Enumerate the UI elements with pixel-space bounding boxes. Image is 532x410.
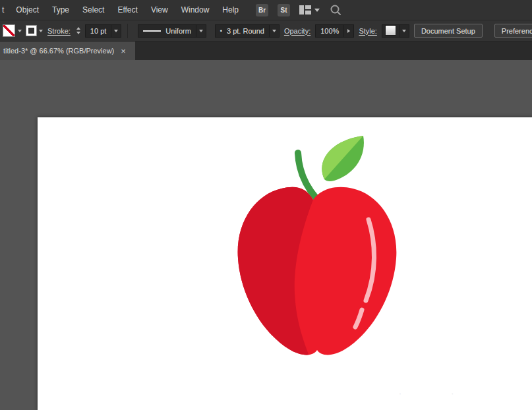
document-tab-bar: titled-3* @ 66.67% (RGB/Preview) ×: [0, 42, 532, 60]
opacity-panel-link[interactable]: Opacity:: [284, 27, 310, 35]
brush-definition-dropdown[interactable]: • 3 pt. Round: [215, 24, 280, 38]
canvas-area[interactable]: · ·: [0, 60, 532, 410]
style-swatch: [385, 25, 396, 36]
preferences-button[interactable]: Preferences: [494, 24, 532, 38]
workspace-switcher[interactable]: [299, 5, 320, 15]
style-panel-link[interactable]: Style:: [359, 27, 377, 35]
fill-none-swatch[interactable]: [3, 24, 15, 37]
stepper-down-icon[interactable]: [76, 32, 80, 34]
close-icon[interactable]: ×: [121, 47, 126, 55]
brush-name-value: 3 pt. Round: [227, 27, 264, 35]
faint-watermark: · ·: [399, 389, 477, 398]
apple-artwork[interactable]: [233, 132, 411, 364]
opacity-field[interactable]: 100%: [315, 24, 354, 38]
stroke-weight-field[interactable]: 10 pt: [85, 24, 121, 38]
stroke-color-swatch[interactable]: [26, 26, 36, 36]
workspace-layout-icon: [299, 5, 311, 15]
chevron-down-icon: [314, 9, 320, 12]
fill-color-control[interactable]: [3, 24, 22, 37]
menu-item-object[interactable]: Object: [9, 0, 45, 20]
width-profile-value: Uniform: [165, 27, 191, 35]
style-dropdown[interactable]: [382, 24, 409, 38]
stepper-up-icon[interactable]: [76, 27, 80, 30]
opacity-value[interactable]: 100%: [316, 27, 343, 35]
illustrator-window: t Object Type Select Effect View Window …: [0, 0, 532, 410]
chevron-down-icon: [114, 30, 118, 32]
chevron-down-icon: [272, 30, 276, 32]
menu-item-select[interactable]: Select: [76, 0, 111, 20]
menu-item-window[interactable]: Window: [175, 0, 216, 20]
control-bar: Stroke: 10 pt Uniform • 3 pt. Round Opac…: [0, 20, 532, 42]
document-title: titled-3* @ 66.67% (RGB/Preview): [3, 47, 114, 55]
style-dropdown-chevron[interactable]: [399, 25, 409, 37]
chevron-down-icon[interactable]: [39, 30, 43, 32]
width-profile-dropdown[interactable]: Uniform: [138, 24, 206, 38]
stroke-weight-stepper[interactable]: [76, 27, 80, 34]
stroke-color-control[interactable]: [26, 26, 43, 36]
menu-item-type[interactable]: Type: [45, 0, 76, 20]
stroke-panel-link[interactable]: Stroke:: [47, 27, 71, 35]
stroke-weight-dropdown[interactable]: [111, 25, 121, 37]
stroke-weight-value[interactable]: 10 pt: [86, 27, 111, 35]
chevron-right-icon: [347, 29, 350, 33]
document-setup-button[interactable]: Document Setup: [414, 24, 483, 38]
menu-item-effect[interactable]: Effect: [111, 0, 144, 20]
artboard[interactable]: · ·: [38, 117, 532, 410]
stock-icon[interactable]: St: [278, 4, 290, 16]
chevron-down-icon: [402, 30, 406, 32]
bridge-icon[interactable]: Br: [256, 4, 268, 16]
app-bar-icons: Br St: [256, 3, 342, 16]
opacity-panel-arrow[interactable]: [343, 25, 353, 37]
divider: [127, 24, 128, 38]
uniform-profile-icon: [143, 30, 161, 32]
menu-bar: t Object Type Select Effect View Window …: [0, 0, 532, 20]
brush-dropdown-chevron[interactable]: [269, 25, 279, 37]
chevron-down-icon[interactable]: [18, 30, 22, 32]
document-tab[interactable]: titled-3* @ 66.67% (RGB/Preview) ×: [0, 42, 135, 60]
menu-item-help[interactable]: Help: [216, 0, 245, 20]
width-profile-chevron[interactable]: [196, 25, 206, 37]
search-icon[interactable]: [329, 3, 342, 16]
chevron-down-icon: [199, 30, 203, 32]
menu-item-edit-partial[interactable]: t: [0, 0, 9, 20]
brush-dot-icon: •: [220, 28, 222, 34]
menu-item-view[interactable]: View: [144, 0, 175, 20]
